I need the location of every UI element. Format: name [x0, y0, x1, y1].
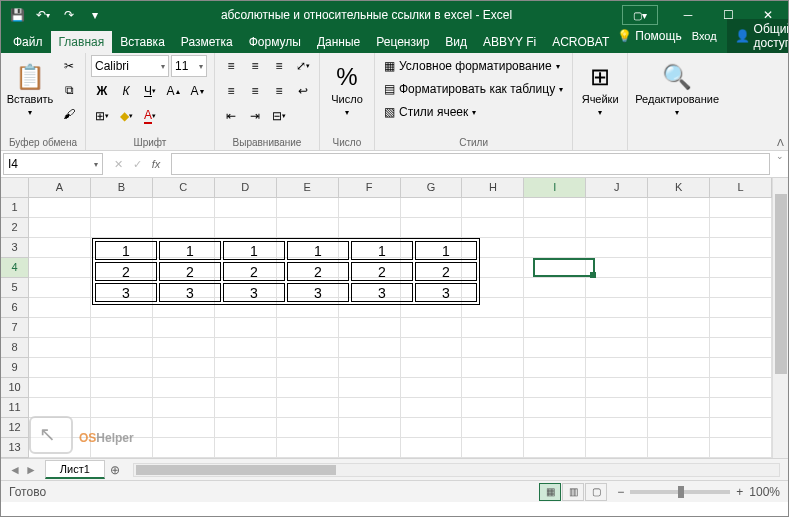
- align-right-button[interactable]: ≡: [268, 80, 290, 102]
- underline-button[interactable]: Ч▾: [139, 80, 161, 102]
- vertical-scrollbar[interactable]: [772, 178, 788, 458]
- zoom-level[interactable]: 100%: [749, 485, 780, 499]
- tab-insert[interactable]: Вставка: [112, 31, 173, 53]
- row-header[interactable]: 2: [1, 218, 28, 238]
- row-header[interactable]: 8: [1, 338, 28, 358]
- format-painter-button[interactable]: 🖌: [58, 103, 80, 125]
- sheet-nav-prev[interactable]: ◄: [9, 463, 21, 477]
- data-cell[interactable]: 1: [159, 241, 221, 260]
- column-header[interactable]: J: [586, 178, 648, 197]
- redo-button[interactable]: ↷: [57, 3, 81, 27]
- tab-view[interactable]: Вид: [437, 31, 475, 53]
- data-cell[interactable]: 2: [415, 262, 477, 281]
- horizontal-scrollbar[interactable]: [133, 463, 780, 477]
- row-header[interactable]: 7: [1, 318, 28, 338]
- column-headers[interactable]: ABCDEFGHIJKL: [29, 178, 772, 198]
- sign-in[interactable]: Вход: [692, 30, 717, 42]
- column-header[interactable]: B: [91, 178, 153, 197]
- cancel-formula-button[interactable]: ✕: [109, 158, 127, 171]
- data-cell[interactable]: 2: [287, 262, 349, 281]
- data-cell[interactable]: 2: [159, 262, 221, 281]
- align-bottom-button[interactable]: ≡: [268, 55, 290, 77]
- font-name-combo[interactable]: Calibri▾: [91, 55, 169, 77]
- qat-customize[interactable]: ▾: [83, 3, 107, 27]
- editing-button[interactable]: 🔍 Редактирование ▾: [633, 55, 721, 125]
- column-header[interactable]: A: [29, 178, 91, 197]
- page-break-view-button[interactable]: ▢: [585, 483, 607, 501]
- data-cell[interactable]: 3: [351, 283, 413, 302]
- number-format-button[interactable]: % Число ▾: [325, 55, 369, 125]
- page-layout-view-button[interactable]: ▥: [562, 483, 584, 501]
- data-cell[interactable]: 3: [223, 283, 285, 302]
- increase-font-button[interactable]: A▲: [163, 80, 185, 102]
- tab-formulas[interactable]: Формулы: [241, 31, 309, 53]
- column-header[interactable]: F: [339, 178, 401, 197]
- decrease-font-button[interactable]: A▼: [187, 80, 209, 102]
- column-header[interactable]: C: [153, 178, 215, 197]
- data-cell[interactable]: 1: [415, 241, 477, 260]
- zoom-in-button[interactable]: +: [736, 485, 743, 499]
- collapse-ribbon-button[interactable]: ᐱ: [777, 137, 784, 148]
- orientation-button[interactable]: ⤢▾: [292, 55, 314, 77]
- data-cell[interactable]: 1: [223, 241, 285, 260]
- row-header[interactable]: 12: [1, 418, 28, 438]
- normal-view-button[interactable]: ▦: [539, 483, 561, 501]
- name-box[interactable]: I4▾: [3, 153, 103, 175]
- column-header[interactable]: G: [401, 178, 463, 197]
- data-cell[interactable]: 1: [351, 241, 413, 260]
- select-all-button[interactable]: [1, 178, 29, 198]
- tell-me[interactable]: 💡Помощь: [617, 29, 681, 43]
- data-cell[interactable]: 1: [287, 241, 349, 260]
- data-cell[interactable]: 2: [223, 262, 285, 281]
- row-header[interactable]: 3: [1, 238, 28, 258]
- row-header[interactable]: 9: [1, 358, 28, 378]
- data-cell[interactable]: 1: [95, 241, 157, 260]
- row-header[interactable]: 6: [1, 298, 28, 318]
- cells-area[interactable]: 111111222222333333: [29, 198, 772, 458]
- paste-button[interactable]: 📋 Вставить ▾: [6, 55, 54, 125]
- borders-button[interactable]: ⊞▾: [91, 105, 113, 127]
- row-header[interactable]: 11: [1, 398, 28, 418]
- font-size-combo[interactable]: 11▾: [171, 55, 207, 77]
- cell-styles-button[interactable]: ▧Стили ячеек▾: [380, 101, 567, 123]
- conditional-formatting-button[interactable]: ▦Условное форматирование▾: [380, 55, 567, 77]
- enter-formula-button[interactable]: ✓: [128, 158, 146, 171]
- new-sheet-button[interactable]: ⊕: [105, 463, 125, 477]
- data-cell[interactable]: 3: [415, 283, 477, 302]
- column-header[interactable]: K: [648, 178, 710, 197]
- column-header[interactable]: E: [277, 178, 339, 197]
- italic-button[interactable]: К: [115, 80, 137, 102]
- data-cell[interactable]: 3: [159, 283, 221, 302]
- data-range[interactable]: 111111222222333333: [92, 238, 480, 305]
- row-headers[interactable]: 12345678910111213: [1, 198, 29, 458]
- format-as-table-button[interactable]: ▤Форматировать как таблицу▾: [380, 78, 567, 100]
- row-header[interactable]: 4: [1, 258, 28, 278]
- wrap-text-button[interactable]: ↩: [292, 80, 314, 102]
- row-header[interactable]: 13: [1, 438, 28, 458]
- align-left-button[interactable]: ≡: [220, 80, 242, 102]
- tab-layout[interactable]: Разметка: [173, 31, 241, 53]
- data-cell[interactable]: 3: [287, 283, 349, 302]
- decrease-indent-button[interactable]: ⇤: [220, 105, 242, 127]
- sheet-tab[interactable]: Лист1: [45, 460, 105, 479]
- expand-formula-bar[interactable]: ⌄: [772, 151, 788, 177]
- column-header[interactable]: H: [462, 178, 524, 197]
- align-middle-button[interactable]: ≡: [244, 55, 266, 77]
- fill-color-button[interactable]: ◆▾: [115, 105, 137, 127]
- share-button[interactable]: 👤Общий доступ: [727, 19, 789, 53]
- tab-abbyy[interactable]: ABBYY Fi: [475, 31, 544, 53]
- column-header[interactable]: L: [710, 178, 772, 197]
- copy-button[interactable]: ⧉: [58, 79, 80, 101]
- formula-bar[interactable]: [171, 153, 770, 175]
- align-center-button[interactable]: ≡: [244, 80, 266, 102]
- sheet-nav-next[interactable]: ►: [25, 463, 37, 477]
- row-header[interactable]: 5: [1, 278, 28, 298]
- font-color-button[interactable]: A▾: [139, 105, 161, 127]
- column-header[interactable]: D: [215, 178, 277, 197]
- tab-data[interactable]: Данные: [309, 31, 368, 53]
- tab-file[interactable]: Файл: [5, 31, 51, 53]
- insert-function-button[interactable]: fx: [147, 158, 165, 170]
- save-button[interactable]: 💾: [5, 3, 29, 27]
- data-cell[interactable]: 2: [351, 262, 413, 281]
- align-top-button[interactable]: ≡: [220, 55, 242, 77]
